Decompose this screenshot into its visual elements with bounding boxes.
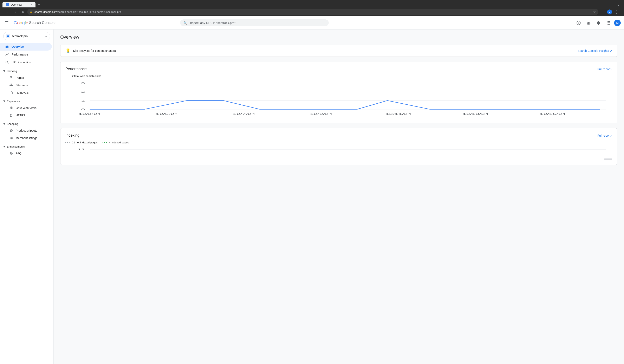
user-avatar[interactable]: M <box>614 20 621 26</box>
merchant-listings-label: Merchant listings <box>16 136 37 140</box>
forward-button[interactable]: › <box>12 9 18 15</box>
indexing-legend-indexed: 4 indexed pages <box>103 141 129 144</box>
sidebar-item-faq[interactable]: FAQ <box>0 150 52 157</box>
sidebar-item-removals[interactable]: Removals <box>0 89 52 96</box>
core-web-vitals-label: Core Web Vitals <box>16 106 37 109</box>
indexing-collapse-icon: ▾ <box>3 69 5 73</box>
performance-legend-label: 2 total web search clicks <box>72 75 101 78</box>
performance-legend-line <box>65 76 70 76</box>
performance-chart-section: Performance Full report › 2 total web se… <box>60 62 617 123</box>
enhancements-section-label: Enhancements <box>7 145 25 148</box>
sidebar-item-sitemaps[interactable]: Sitemaps <box>0 81 52 89</box>
performance-full-report-text: Full report <box>597 67 610 71</box>
property-icon <box>6 34 10 38</box>
more-options-icon[interactable]: ⋮ <box>613 9 619 15</box>
search-input[interactable] <box>189 21 325 25</box>
browser-chrome: O Overview × + ⌄ ‹ › ↻ 🔒 search.google.c… <box>0 0 624 16</box>
search-console-insights-link[interactable]: Search Console Insights ↗ <box>577 49 612 52</box>
sidebar-item-url-inspection[interactable]: URL inspection <box>0 58 52 66</box>
tab-favicon: O <box>6 3 9 6</box>
enhancements-section-header[interactable]: ▾ Enhancements <box>0 142 53 150</box>
svg-point-8 <box>598 24 599 25</box>
new-tab-button[interactable]: + <box>36 2 42 7</box>
sidebar-item-pages[interactable]: Pages <box>0 74 52 81</box>
performance-chart-area: 3 2 1 0 12/3/24 12/5/24 <box>65 81 612 118</box>
sidebar: seotrack.pro ⌄ Overview Pe <box>0 29 54 364</box>
svg-point-4 <box>587 22 589 23</box>
experience-section-header[interactable]: ▾ Experience <box>0 96 53 104</box>
faq-icon <box>9 152 13 155</box>
tab-overflow-button[interactable]: ⌄ <box>616 2 622 7</box>
profile-icon[interactable]: M <box>607 9 612 15</box>
sidebar-item-merchant-listings[interactable]: Merchant listings <box>0 134 52 142</box>
experience-collapse-icon: ▾ <box>3 99 5 104</box>
address-bar[interactable]: 🔒 search.google.com/search-console?resou… <box>27 9 598 15</box>
property-dropdown-icon: ⌄ <box>44 34 48 38</box>
property-name: seotrack.pro <box>12 34 43 38</box>
indexing-section-label: Indexing <box>7 70 17 73</box>
y-label-3: 3 <box>81 82 85 84</box>
svg-point-40 <box>10 107 12 108</box>
property-selector[interactable]: seotrack.pro ⌄ <box>3 32 50 40</box>
svg-rect-28 <box>12 85 13 86</box>
indexing-full-report-link[interactable]: Full report › <box>597 134 612 137</box>
performance-chart-svg: 3 2 1 0 12/3/24 12/5/24 <box>65 81 612 118</box>
url-inspection-icon <box>5 60 9 64</box>
svg-text:O: O <box>7 4 8 5</box>
svg-rect-41 <box>10 115 12 117</box>
help-button[interactable]: ? <box>574 19 583 27</box>
svg-point-7 <box>588 23 591 25</box>
app-logo: Google Search Console <box>14 20 55 26</box>
sidebar-item-product-snippets[interactable]: Product snippets <box>0 127 52 134</box>
removals-label: Removals <box>16 91 28 94</box>
indexing-legend: 11 not indexed pages 4 indexed pages <box>65 141 612 144</box>
sidebar-item-performance[interactable]: Performance <box>0 51 52 58</box>
svg-marker-46 <box>10 152 12 155</box>
hamburger-menu-button[interactable]: ☰ <box>3 19 10 27</box>
https-icon <box>9 114 13 117</box>
nav-actions: ? <box>574 19 621 27</box>
overview-label: Overview <box>12 45 24 48</box>
extensions-icon[interactable]: ⊞ <box>600 9 606 15</box>
google-apps-button[interactable] <box>604 19 612 27</box>
tab-close-button[interactable]: × <box>30 3 32 6</box>
svg-rect-29 <box>11 85 12 86</box>
url-highlight: search.google.com <box>34 10 57 13</box>
not-indexed-legend-line <box>65 142 70 143</box>
indexing-scrollbar[interactable] <box>604 158 612 160</box>
manage-accounts-button[interactable] <box>584 19 593 27</box>
indexing-section-header[interactable]: ▾ Indexing <box>0 66 53 74</box>
url-inspection-search[interactable]: 🔍 <box>180 19 329 26</box>
shopping-section-header[interactable]: ▾ Shopping <box>0 119 53 127</box>
x-label-5: 12/13/24 <box>463 113 488 115</box>
svg-point-5 <box>589 22 590 23</box>
notifications-button[interactable] <box>594 19 602 27</box>
svg-rect-27 <box>10 85 10 86</box>
sitemaps-icon <box>9 84 13 87</box>
sidebar-item-https[interactable]: HTTPS <box>0 112 52 119</box>
back-button[interactable]: ‹ <box>5 9 11 15</box>
svg-rect-23 <box>10 77 12 79</box>
https-label: HTTPS <box>16 114 25 117</box>
performance-icon <box>5 52 9 56</box>
x-label-4: 12/11/24 <box>386 113 412 115</box>
indexing-chart-area: 12 <box>65 147 612 160</box>
bookmark-icon[interactable]: ☆ <box>593 10 596 14</box>
shopping-collapse-icon: ▾ <box>3 122 5 126</box>
sidebar-item-core-web-vitals[interactable]: Core Web Vitals <box>0 104 52 112</box>
product-snippets-label: Product snippets <box>16 129 37 132</box>
browser-tabs: O Overview × + ⌄ <box>2 2 622 7</box>
sitemaps-label: Sitemaps <box>16 84 28 87</box>
browser-toolbar: ‹ › ↻ 🔒 search.google.com/search-console… <box>2 7 622 16</box>
svg-line-22 <box>8 63 8 64</box>
svg-text:?: ? <box>578 22 579 25</box>
performance-full-report-link[interactable]: Full report › <box>597 67 612 71</box>
active-tab[interactable]: O Overview × <box>2 2 35 7</box>
product-snippets-icon <box>9 129 13 132</box>
home-icon <box>5 45 9 49</box>
sidebar-item-overview[interactable]: Overview <box>0 43 52 51</box>
insights-banner: 💡 Site analytics for content creators Se… <box>60 45 617 56</box>
indexing-chart-section: Indexing Full report › 11 not indexed pa… <box>60 128 617 165</box>
x-label-2: 12/7/24 <box>233 113 255 115</box>
reload-button[interactable]: ↻ <box>20 9 26 15</box>
